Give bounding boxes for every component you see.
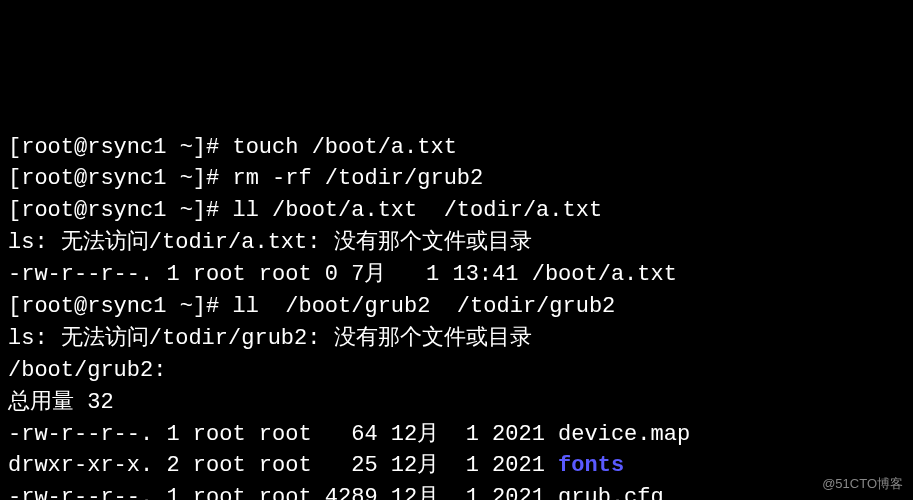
- shell-prompt: [root@rsync1 ~]#: [8, 198, 219, 223]
- command-text: ll /boot/grub2 /todir/grub2: [232, 294, 615, 319]
- shell-prompt: [root@rsync1 ~]#: [8, 166, 219, 191]
- command-line: [root@rsync1 ~]# touch /boot/a.txt: [8, 132, 905, 164]
- error-line: ls: 无法访问/todir/grub2: 没有那个文件或目录: [8, 323, 905, 355]
- shell-prompt: [root@rsync1 ~]#: [8, 135, 219, 160]
- total-text: 总用量 32: [8, 390, 114, 415]
- command-line: [root@rsync1 ~]# ll /boot/a.txt /todir/a…: [8, 195, 905, 227]
- error-text: ls: 无法访问/todir/grub2: 没有那个文件或目录: [8, 326, 532, 351]
- watermark-text: @51CTO博客: [822, 475, 903, 494]
- dir-header: /boot/grub2:: [8, 358, 166, 383]
- listing-row: -rw-r--r--. 1 root root 4289 12月 1 2021 …: [8, 485, 664, 500]
- terminal-output[interactable]: [root@rsync1 ~]# touch /boot/a.txt[root@…: [8, 132, 905, 500]
- listing-row: drwxr-xr-x. 2 root root 25 12月 1 2021 fo…: [8, 453, 624, 478]
- command-line: [root@rsync1 ~]# rm -rf /todir/grub2: [8, 163, 905, 195]
- listing-line: -rw-r--r--. 1 root root 0 7月 1 13:41 /bo…: [8, 259, 905, 291]
- file-name: grub.cfg: [558, 485, 664, 500]
- dir-header-line: /boot/grub2:: [8, 355, 905, 387]
- command-line: [root@rsync1 ~]# ll /boot/grub2 /todir/g…: [8, 291, 905, 323]
- command-text: touch /boot/a.txt: [232, 135, 456, 160]
- file-name: device.map: [558, 422, 690, 447]
- listing-row: -rw-r--r--. 1 root root 64 12月 1 2021 de…: [8, 422, 690, 447]
- command-text: ll /boot/a.txt /todir/a.txt: [232, 198, 602, 223]
- dir-name: fonts: [558, 453, 624, 478]
- command-text: rm -rf /todir/grub2: [232, 166, 483, 191]
- error-text: ls: 无法访问/todir/a.txt: 没有那个文件或目录: [8, 230, 532, 255]
- total-line: 总用量 32: [8, 387, 905, 419]
- listing-line: -rw-r--r--. 1 root root 4289 12月 1 2021 …: [8, 482, 905, 500]
- listing-line: -rw-r--r--. 1 root root 64 12月 1 2021 de…: [8, 419, 905, 451]
- shell-prompt: [root@rsync1 ~]#: [8, 294, 219, 319]
- listing-line: drwxr-xr-x. 2 root root 25 12月 1 2021 fo…: [8, 450, 905, 482]
- file-listing: -rw-r--r--. 1 root root 0 7月 1 13:41 /bo…: [8, 262, 677, 287]
- error-line: ls: 无法访问/todir/a.txt: 没有那个文件或目录: [8, 227, 905, 259]
